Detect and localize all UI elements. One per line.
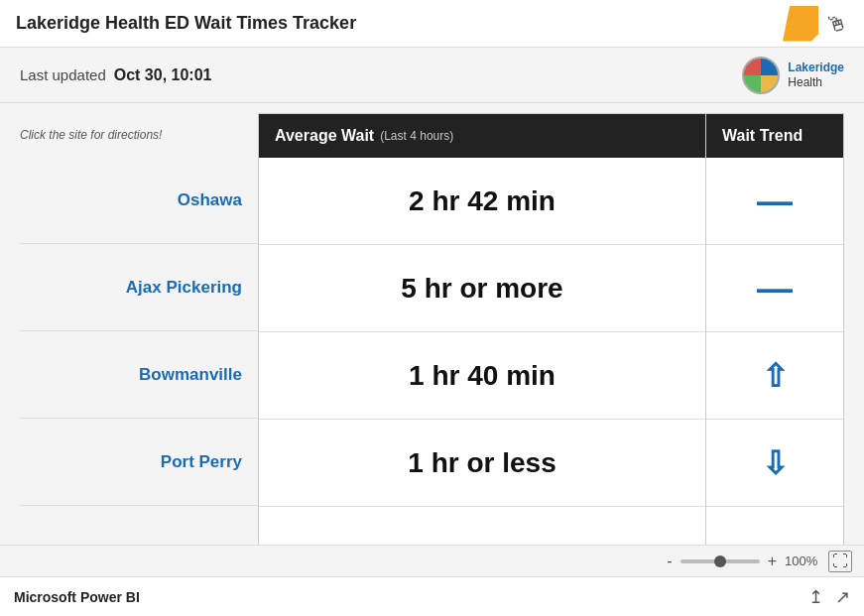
zoom-percent: 100% bbox=[785, 554, 820, 568]
avg-wait-header-label: Average Wait bbox=[275, 127, 374, 145]
wait-time-ajax: 5 hr or more bbox=[401, 273, 562, 305]
zoom-minus-button[interactable]: - bbox=[667, 553, 672, 570]
open-external-icon[interactable]: ↗ bbox=[835, 586, 850, 608]
wait-time-oshawa: 2 hr 42 min bbox=[409, 185, 555, 217]
footer-icons: ↥ ↗ bbox=[808, 586, 850, 608]
last-updated-bar: Last updated Oct 30, 10:01 Lakeridge Hea… bbox=[0, 48, 864, 103]
lakeridge-logo: Lakeridge Health bbox=[742, 57, 844, 94]
site-column: Click the site for directions! Oshawa Aj… bbox=[20, 113, 258, 576]
site-link-ajax[interactable]: Ajax Pickering bbox=[126, 278, 242, 298]
wait-time-portperry: 1 hr or less bbox=[408, 447, 555, 479]
avg-wait-portperry: 1 hr or less bbox=[259, 420, 705, 507]
wait-trend-column: Wait Trend — — ⇧ ⇩ bbox=[705, 113, 844, 576]
zoom-slider[interactable] bbox=[680, 559, 760, 563]
zoom-slider-thumb bbox=[714, 555, 726, 567]
wait-trend-header: Wait Trend bbox=[706, 114, 843, 158]
page-title: Lakeridge Health ED Wait Times Tracker bbox=[16, 13, 356, 34]
zoom-plus-button[interactable]: + bbox=[768, 553, 777, 570]
site-link-portperry[interactable]: Port Perry bbox=[161, 452, 242, 472]
data-columns: Average Wait (Last 4 hours) 2 hr 42 min … bbox=[258, 113, 844, 576]
avg-wait-ajax: 5 hr or more bbox=[259, 245, 705, 332]
trend-down-icon-portperry: ⇩ bbox=[762, 444, 789, 482]
wait-time-bowmanville: 1 hr 40 min bbox=[409, 360, 555, 392]
site-cell-oshawa: Oshawa bbox=[20, 157, 258, 244]
title-bar: Lakeridge Health ED Wait Times Tracker 🖱 bbox=[0, 0, 864, 48]
site-cell-bowmanville: Bowmanville bbox=[20, 331, 258, 419]
logo-text: Lakeridge Health bbox=[788, 61, 844, 89]
trend-up-icon-bowmanville: ⇧ bbox=[762, 357, 789, 395]
table-wrapper: Click the site for directions! Oshawa Aj… bbox=[0, 103, 864, 576]
title-icons: 🖱 bbox=[783, 6, 848, 42]
avg-wait-header-sub: (Last 4 hours) bbox=[380, 129, 453, 143]
footer-bar: Microsoft Power BI ↥ ↗ bbox=[0, 576, 864, 616]
site-cell-portperry: Port Perry bbox=[20, 419, 258, 506]
trend-flat-icon-ajax: — bbox=[757, 271, 793, 307]
site-link-oshawa[interactable]: Oshawa bbox=[178, 190, 242, 210]
cursor-icon: 🖱 bbox=[823, 8, 851, 39]
share-icon[interactable]: ↥ bbox=[808, 586, 823, 608]
last-updated-value: Oct 30, 10:01 bbox=[114, 66, 212, 84]
wait-trend-header-label: Wait Trend bbox=[722, 127, 802, 145]
zoom-fit-button[interactable]: ⛶ bbox=[828, 551, 852, 572]
site-column-header: Click the site for directions! bbox=[20, 113, 258, 157]
trend-ajax: — bbox=[706, 245, 843, 332]
pencil-icon bbox=[783, 6, 818, 42]
trend-oshawa: — bbox=[706, 158, 843, 245]
click-hint: Click the site for directions! bbox=[20, 128, 162, 142]
trend-bowmanville: ⇧ bbox=[706, 332, 843, 420]
logo-lakeridge: Lakeridge bbox=[788, 61, 844, 74]
footer-brand: Microsoft Power BI bbox=[14, 589, 140, 605]
last-updated-label: Last updated bbox=[20, 66, 106, 83]
site-cell-ajax: Ajax Pickering bbox=[20, 244, 258, 331]
main-content: Last updated Oct 30, 10:01 Lakeridge Hea… bbox=[0, 48, 864, 576]
site-link-bowmanville[interactable]: Bowmanville bbox=[139, 365, 242, 385]
avg-wait-oshawa: 2 hr 42 min bbox=[259, 158, 705, 245]
logo-circle-icon bbox=[742, 57, 780, 94]
trend-flat-icon-oshawa: — bbox=[757, 184, 793, 219]
avg-wait-header: Average Wait (Last 4 hours) bbox=[259, 114, 705, 158]
logo-health: Health bbox=[788, 75, 844, 89]
trend-portperry: ⇩ bbox=[706, 420, 843, 507]
avg-wait-column: Average Wait (Last 4 hours) 2 hr 42 min … bbox=[258, 113, 705, 576]
zoom-bar: - + 100% ⛶ bbox=[0, 545, 864, 576]
avg-wait-bowmanville: 1 hr 40 min bbox=[259, 332, 705, 420]
